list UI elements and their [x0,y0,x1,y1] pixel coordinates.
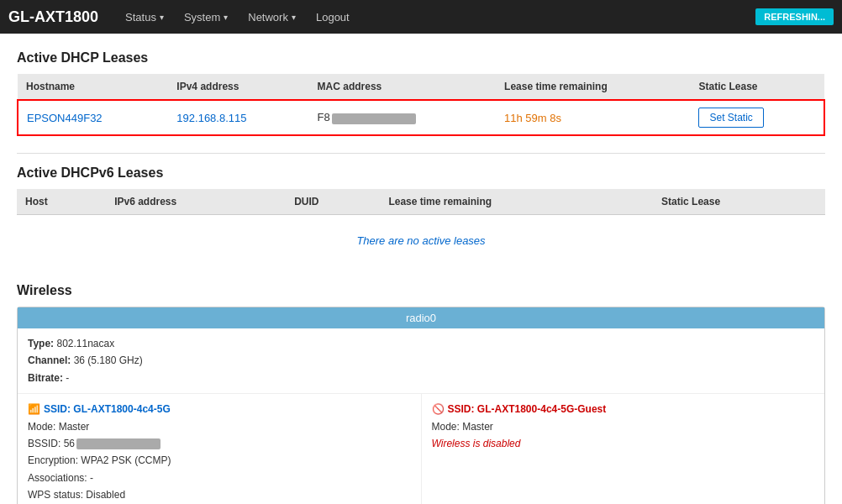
nav-status-arrow: ▾ [160,13,164,22]
main-content: Active DHCP Leases Hostname IPv4 address… [0,34,842,504]
ssid-name-disabled: SSID: GL-AXT1800-4c4-5G-Guest [448,401,607,417]
refresh-button[interactable]: REFRESHIN... [755,8,834,25]
col-static-lease: Static Lease [690,74,824,100]
ssid-wps-status: WPS status: Disabled [28,486,411,503]
radio-bitrate: Bitrate: - [28,370,814,386]
hostname-link[interactable]: EPSON449F32 [27,112,103,124]
ssid-bssid: BSSID: 56 [28,435,411,452]
wireless-section-title: Wireless [17,283,825,298]
dhcp-table-row: EPSON449F32 192.168.8.115 F8 11h 59m 8s … [18,100,824,135]
ssid-associations: Associations: - [28,470,411,486]
no-leases-text: There are no active leases [25,222,817,260]
cell-lease-time: 11h 59m 8s [496,100,690,135]
col-ipv4: IPv4 address [168,74,308,100]
ssid-block-disabled: 🚫 SSID: GL-AXT1800-4c4-5G-Guest Mode: Ma… [422,394,825,504]
cell-mac: F8 [309,100,496,135]
radio-card: radio0 Type: 802.11nacax Channel: 36 (5.… [17,307,825,504]
set-static-button[interactable]: Set Static [698,108,763,128]
ssid-mode-disabled: Mode: Master [432,418,815,435]
col-hostname: Hostname [18,74,168,100]
col-lease-time: Lease time remaining [496,74,690,100]
col-v6-duid: DUID [286,189,380,215]
col-v6-host: Host [17,189,106,215]
cell-ipv4: 192.168.8.115 [168,100,308,135]
radio-type: Type: 802.11nacax [28,335,814,352]
col-v6-static-lease: Static Lease [653,189,825,215]
nav-network[interactable]: Network ▾ [238,0,306,34]
nav-logout[interactable]: Logout [306,0,360,34]
dhcpv6-section-title: Active DHCPv6 Leases [17,165,825,181]
disabled-icon: 🚫 [432,401,445,417]
wireless-disabled-text: Wireless is disabled [432,435,815,452]
cell-static-lease: Set Static [690,100,824,135]
wifi-icon: 📶 [28,401,40,417]
cell-hostname: EPSON449F32 [18,100,168,135]
col-v6-lease-time: Lease time remaining [380,189,653,215]
brand-title: GL-AXT1800 [8,8,98,26]
col-v6-ipv6: IPv6 address [106,189,286,215]
ssid-block-active: 📶 SSID: GL-AXT1800-4c4-5G Mode: Master B… [18,394,422,504]
ssid-name: SSID: GL-AXT1800-4c4-5G [44,401,171,417]
wireless-section: Wireless radio0 Type: 802.11nacax Channe… [17,283,825,504]
col-mac: MAC address [309,74,496,100]
dhcpv6-table: Host IPv6 address DUID Lease time remain… [17,189,825,266]
ssids-container: 📶 SSID: GL-AXT1800-4c4-5G Mode: Master B… [18,393,824,504]
radio-info: Type: 802.11nacax Channel: 36 (5.180 GHz… [18,328,824,393]
ssid-title: 📶 SSID: GL-AXT1800-4c4-5G [28,401,411,417]
nav-status[interactable]: Status ▾ [115,0,174,34]
nav-network-arrow: ▾ [292,13,296,22]
radio-channel: Channel: 36 (5.180 GHz) [28,352,814,369]
nav-system[interactable]: System ▾ [174,0,238,34]
dhcp-section-title: Active DHCP Leases [17,50,825,66]
divider-1 [17,153,825,154]
mac-masked [332,113,416,124]
bssid-masked [76,438,161,449]
dhcp-table: Hostname IPv4 address MAC address Lease … [17,74,825,136]
radio-header: radio0 [18,307,824,328]
navbar: GL-AXT1800 Status ▾ System ▾ Network ▾ L… [0,0,842,34]
ssid-encryption: Encryption: WPA2 PSK (CCMP) [28,452,411,469]
ssid-title-disabled: 🚫 SSID: GL-AXT1800-4c4-5G-Guest [432,401,815,417]
ssid-mode: Mode: Master [28,418,411,435]
nav-system-arrow: ▾ [224,13,228,22]
